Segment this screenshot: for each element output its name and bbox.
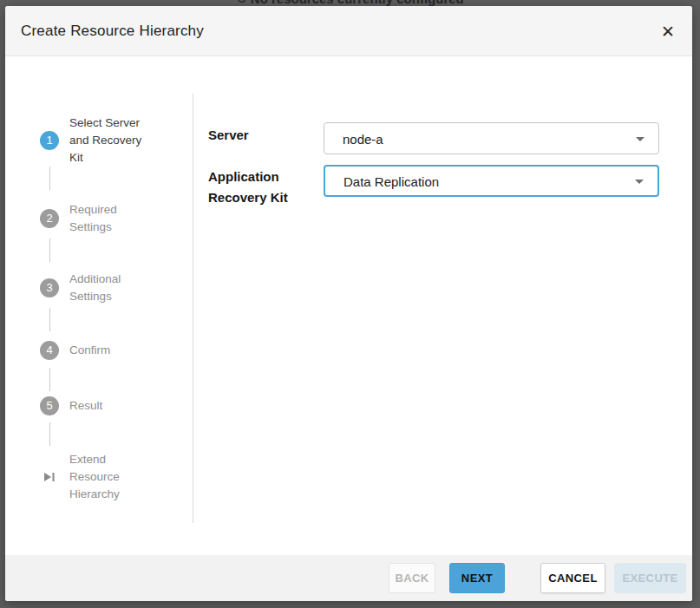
chevron-down-icon	[636, 137, 644, 141]
dialog-title: Create Resource Hierarchy	[21, 23, 204, 40]
step-label: Select Server and Recovery Kit	[69, 114, 153, 167]
step-number-badge: 2	[40, 209, 59, 228]
dialog-header: Create Resource Hierarchy ✕	[5, 6, 692, 56]
close-icon[interactable]: ✕	[661, 23, 675, 39]
server-label: Server	[208, 125, 308, 146]
stepper-step-extend-hierarchy: Extend Resource Hierarchy	[40, 451, 153, 503]
step-connector	[49, 368, 50, 391]
skip-end-icon	[40, 471, 59, 483]
stepper-step-confirm: 4 Confirm	[40, 341, 153, 360]
server-select[interactable]: node-a	[324, 122, 659, 154]
chevron-down-icon	[635, 180, 644, 184]
step-number-badge: 5	[40, 396, 59, 415]
stepper-step-result: 5 Result	[40, 396, 153, 415]
step-number-badge: 4	[40, 341, 59, 360]
next-button[interactable]: NEXT	[449, 563, 505, 593]
step-number-badge: 3	[40, 278, 59, 297]
create-resource-hierarchy-dialog: Create Resource Hierarchy ✕ 1 Select Ser…	[5, 6, 692, 601]
background-status-text: No resources currently configured	[251, 0, 464, 6]
dialog-footer: BACK NEXT CANCEL EXECUTE	[5, 555, 692, 601]
back-button[interactable]: BACK	[389, 563, 435, 593]
application-recovery-kit-label: Application Recovery Kit	[208, 167, 308, 208]
application-recovery-kit-select[interactable]: Data Replication	[324, 165, 659, 197]
stepper-step-select-server: 1 Select Server and Recovery Kit	[40, 114, 153, 167]
step-connector	[49, 239, 50, 262]
refresh-icon: ↻	[236, 0, 247, 6]
step-connector	[49, 308, 50, 331]
server-select-value: node-a	[343, 131, 383, 146]
step-number-badge: 1	[40, 131, 59, 150]
step-label: Required Settings	[69, 201, 153, 236]
step-label: Extend Resource Hierarchy	[69, 451, 153, 503]
stepper-step-additional-settings: 3 Additional Settings	[40, 271, 153, 305]
step-label: Additional Settings	[69, 271, 153, 305]
application-recovery-kit-select-value: Data Replication	[343, 173, 439, 188]
step-connector	[49, 167, 50, 190]
step-label: Result	[69, 397, 153, 415]
execute-button[interactable]: EXECUTE	[614, 563, 686, 593]
stepper-divider	[193, 94, 193, 523]
step-label: Confirm	[69, 342, 153, 359]
stepper-step-required-settings: 2 Required Settings	[40, 201, 153, 236]
cancel-button[interactable]: CANCEL	[540, 563, 605, 593]
step-connector	[49, 422, 50, 446]
